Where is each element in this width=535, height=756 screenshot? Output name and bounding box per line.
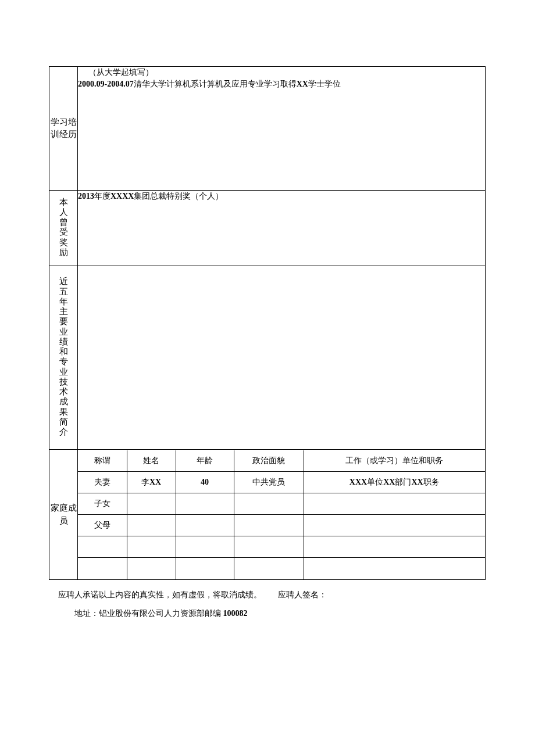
family-name-bold: XX xyxy=(149,478,161,486)
declaration-gap xyxy=(262,590,278,599)
education-suffix: 学士学位 xyxy=(308,80,341,88)
family-data-row-4 xyxy=(78,558,485,579)
family-header-political: 政治面貌 xyxy=(234,450,304,472)
family-age xyxy=(176,515,234,536)
achievements-content xyxy=(78,266,486,450)
education-note: （从大学起填写） xyxy=(88,67,485,78)
family-relation xyxy=(78,536,127,558)
postcode: 100082 xyxy=(223,609,248,618)
awards-row: 本人曾受奖励 2013年度XXXX集团总裁特别奖（个人） xyxy=(49,191,486,266)
family-political: 中共党员 xyxy=(234,472,304,493)
family-work xyxy=(304,558,485,579)
family-header-work: 工作（或学习）单位和职务 xyxy=(304,450,485,472)
education-label-cell: 学习培训经历 xyxy=(49,67,78,191)
family-political xyxy=(234,558,304,579)
family-work xyxy=(304,536,485,558)
declaration-line: 应聘人承诺以上内容的真实性，如有虚假，将取消成绩。 应聘人签名： xyxy=(58,590,327,600)
education-date: 2000.09-2004.07 xyxy=(78,80,134,88)
family-work-e: XX xyxy=(411,478,423,486)
awards-mid: 年度 xyxy=(94,192,110,200)
family-name xyxy=(127,515,176,536)
awards-label: 本人曾受奖励 xyxy=(59,198,69,258)
family-work-f: 职务 xyxy=(423,478,440,486)
education-content: （从大学起填写） 2000.09-2004.07清华大学计算机系计算机及应用专业… xyxy=(78,67,486,191)
family-data-row-1: 子女 xyxy=(78,493,485,515)
family-age xyxy=(176,536,234,558)
family-age xyxy=(176,558,234,579)
resume-table: 学习培训经历 （从大学起填写） 2000.09-2004.07清华大学计算机系计… xyxy=(49,66,486,580)
family-data-row-3 xyxy=(78,536,485,558)
family-header-row: 称谓 姓名 年龄 政治面貌 工作（或学习）单位和职务 xyxy=(78,450,485,472)
family-political xyxy=(234,515,304,536)
family-relation: 父母 xyxy=(78,515,127,536)
family-relation: 夫妻 xyxy=(78,472,127,493)
family-header-relation: 称谓 xyxy=(78,450,127,472)
achievements-label: 近五年主要业绩和专业技术成果简介 xyxy=(59,277,69,437)
address-line: 地址：铝业股份有限公司人力资源部邮编 100082 xyxy=(74,608,248,619)
family-header-name: 姓名 xyxy=(127,450,176,472)
family-work-a: XXX xyxy=(349,478,367,486)
family-age: 40 xyxy=(176,472,234,493)
family-header-age: 年龄 xyxy=(176,450,234,472)
education-label: 学习培训经历 xyxy=(51,117,77,139)
family-name-prefix: 李 xyxy=(141,478,149,486)
family-content: 称谓 姓名 年龄 政治面貌 工作（或学习）单位和职务 夫妻 李XX 40 中共党… xyxy=(78,450,486,580)
education-line: 2000.09-2004.07清华大学计算机系计算机及应用专业学习取得XX学士学… xyxy=(78,78,485,90)
awards-content: 2013年度XXXX集团总裁特别奖（个人） xyxy=(78,191,486,266)
family-political xyxy=(234,493,304,515)
family-name xyxy=(127,493,176,515)
family-political xyxy=(234,536,304,558)
signature-label: 应聘人签名： xyxy=(278,590,327,599)
family-name xyxy=(127,536,176,558)
family-name: 李XX xyxy=(127,472,176,493)
awards-year: 2013 xyxy=(78,192,94,200)
education-body: 清华大学计算机系计算机及应用专业学习取得 xyxy=(134,80,297,88)
family-work: XXX单位XX部门XX职务 xyxy=(304,472,485,493)
awards-tail: 集团总裁特别奖（个人） xyxy=(134,192,223,200)
family-data-row-2: 父母 xyxy=(78,515,485,536)
achievements-label-cell: 近五年主要业绩和专业技术成果简介 xyxy=(49,266,78,450)
family-work xyxy=(304,493,485,515)
declaration-text: 应聘人承诺以上内容的真实性，如有虚假，将取消成绩。 xyxy=(58,590,262,599)
awards-label-cell: 本人曾受奖励 xyxy=(49,191,78,266)
family-work-c: XX xyxy=(383,478,395,486)
family-row: 家庭成员 称谓 姓名 年龄 政治面貌 工作（或学习）单位和职务 xyxy=(49,450,486,580)
address-text: 地址：铝业股份有限公司人力资源部邮编 xyxy=(74,609,221,618)
family-work xyxy=(304,515,485,536)
family-label-cell: 家庭成员 xyxy=(49,450,78,580)
family-work-b: 单位 xyxy=(367,478,383,486)
family-name xyxy=(127,558,176,579)
family-label: 家庭成员 xyxy=(51,503,77,525)
education-degree-prefix: XX xyxy=(297,80,308,88)
education-row: 学习培训经历 （从大学起填写） 2000.09-2004.07清华大学计算机系计… xyxy=(49,67,486,191)
family-age xyxy=(176,493,234,515)
family-table: 称谓 姓名 年龄 政治面貌 工作（或学习）单位和职务 夫妻 李XX 40 中共党… xyxy=(78,450,485,579)
family-relation: 子女 xyxy=(78,493,127,515)
achievements-row: 近五年主要业绩和专业技术成果简介 xyxy=(49,266,486,450)
family-work-d: 部门 xyxy=(395,478,411,486)
family-data-row-0: 夫妻 李XX 40 中共党员 XXX单位XX部门XX职务 xyxy=(78,472,485,493)
awards-org: XXXX xyxy=(110,192,134,200)
family-relation xyxy=(78,558,127,579)
